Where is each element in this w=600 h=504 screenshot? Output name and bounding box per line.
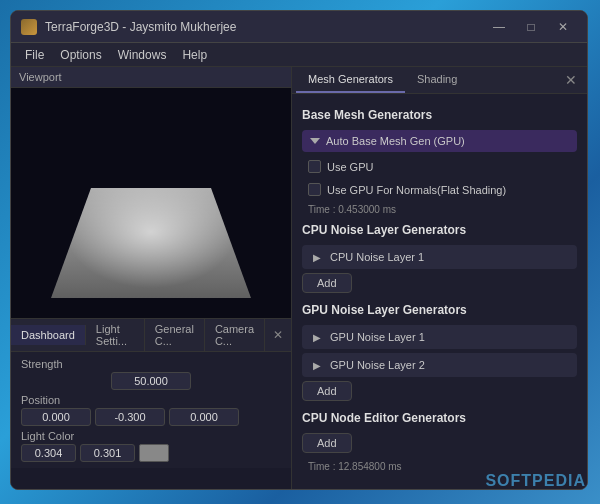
viewport-canvas (11, 88, 291, 318)
cpu-noise-layer-1-label: CPU Noise Layer 1 (330, 251, 424, 263)
strength-input[interactable] (111, 372, 191, 390)
light-color-r[interactable] (21, 444, 76, 462)
cpu-noise-layer-1-item[interactable]: ▶ CPU Noise Layer 1 (302, 245, 577, 269)
base-mesh-time: Time : 0.453000 ms (302, 202, 577, 217)
position-z-input[interactable] (169, 408, 239, 426)
viewport-header: Viewport (11, 67, 291, 88)
close-button[interactable]: ✕ (549, 17, 577, 37)
gpu-noise-layer-1-item[interactable]: ▶ GPU Noise Layer 1 (302, 325, 577, 349)
right-content: Base Mesh Generators Auto Base Mesh Gen … (292, 94, 587, 489)
section-gpu-noise-title: GPU Noise Layer Generators (302, 303, 577, 317)
light-color-label: Light Color (21, 430, 281, 442)
tab-mesh-generators[interactable]: Mesh Generators (296, 67, 405, 93)
bottom-fields: Strength Position Light Color (11, 352, 291, 468)
cpu-node-add-button[interactable]: Add (302, 433, 352, 453)
main-content: Viewport Dashboard Light Setti... Genera… (11, 67, 587, 489)
use-gpu-label: Use GPU (327, 161, 373, 173)
gpu-noise-layer-2-item[interactable]: ▶ GPU Noise Layer 2 (302, 353, 577, 377)
menu-file[interactable]: File (17, 46, 52, 64)
dropdown-arrow-icon (310, 138, 320, 144)
tab-light-settings[interactable]: Light Setti... (86, 319, 145, 351)
menu-help[interactable]: Help (174, 46, 215, 64)
gpu-noise-layer-1-label: GPU Noise Layer 1 (330, 331, 425, 343)
viewport-mesh (51, 188, 251, 298)
menubar: File Options Windows Help (11, 43, 587, 67)
right-panel-close[interactable]: ✕ (559, 72, 583, 88)
tab-general[interactable]: General C... (145, 319, 205, 351)
use-gpu-row: Use GPU (302, 156, 577, 177)
light-color-g[interactable] (80, 444, 135, 462)
minimize-button[interactable]: — (485, 17, 513, 37)
gpu-noise-add-button[interactable]: Add (302, 381, 352, 401)
window-controls: — □ ✕ (485, 17, 577, 37)
viewport-label: Viewport (19, 71, 62, 83)
tab-dashboard[interactable]: Dashboard (11, 325, 86, 345)
tab-shading[interactable]: Shading (405, 67, 469, 93)
softpedia-badge: SOFTPEDIA (485, 472, 586, 490)
auto-base-mesh-item[interactable]: Auto Base Mesh Gen (GPU) (302, 130, 577, 152)
app-icon (21, 19, 37, 35)
strength-label: Strength (21, 358, 281, 370)
left-panel: Viewport Dashboard Light Setti... Genera… (11, 67, 291, 489)
tab-camera[interactable]: Camera C... (205, 319, 265, 351)
position-y-input[interactable] (95, 408, 165, 426)
gpu-noise-layer-2-label: GPU Noise Layer 2 (330, 359, 425, 371)
window-title: TerraForge3D - Jaysmito Mukherjee (45, 20, 485, 34)
position-x-input[interactable] (21, 408, 91, 426)
titlebar: TerraForge3D - Jaysmito Mukherjee — □ ✕ (11, 11, 587, 43)
bottom-tabs-close[interactable]: ✕ (265, 324, 291, 346)
gpu-noise-layer-2-play-icon: ▶ (310, 358, 324, 372)
use-gpu-normals-row: Use GPU For Normals(Flat Shading) (302, 179, 577, 200)
position-label: Position (21, 394, 281, 406)
right-panel: Mesh Generators Shading ✕ Base Mesh Gene… (291, 67, 587, 489)
gpu-noise-layer-1-play-icon: ▶ (310, 330, 324, 344)
right-tabs-row: Mesh Generators Shading ✕ (292, 67, 587, 94)
section-cpu-node-title: CPU Node Editor Generators (302, 411, 577, 425)
cpu-noise-layer-1-play-icon: ▶ (310, 250, 324, 264)
menu-options[interactable]: Options (52, 46, 109, 64)
section-base-mesh-title: Base Mesh Generators (302, 108, 577, 122)
maximize-button[interactable]: □ (517, 17, 545, 37)
menu-windows[interactable]: Windows (110, 46, 175, 64)
use-gpu-normals-label: Use GPU For Normals(Flat Shading) (327, 184, 506, 196)
cpu-noise-add-button[interactable]: Add (302, 273, 352, 293)
use-gpu-normals-checkbox[interactable] (308, 183, 321, 196)
section-cpu-noise-title: CPU Noise Layer Generators (302, 223, 577, 237)
auto-base-mesh-label: Auto Base Mesh Gen (GPU) (326, 135, 465, 147)
main-window: TerraForge3D - Jaysmito Mukherjee — □ ✕ … (10, 10, 588, 490)
bottom-panel: Dashboard Light Setti... General C... Ca… (11, 318, 291, 468)
use-gpu-checkbox[interactable] (308, 160, 321, 173)
bottom-tabs-row: Dashboard Light Setti... General C... Ca… (11, 319, 291, 352)
light-color-preview (139, 444, 169, 462)
